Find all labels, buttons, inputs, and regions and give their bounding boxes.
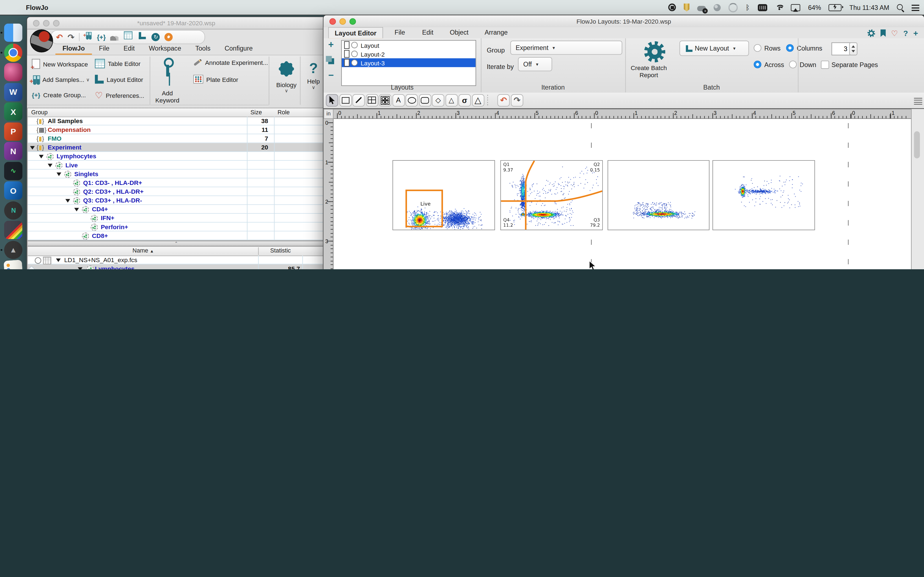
layout-menu-object[interactable]: Object [444, 27, 474, 38]
redo-icon[interactable]: ↷ [68, 31, 74, 43]
close-button[interactable] [33, 20, 40, 26]
group-row[interactable]: Singlets [28, 169, 325, 178]
dock-item-nvivo[interactable]: N [4, 201, 22, 219]
expander-icon[interactable] [74, 208, 79, 211]
group-panel-header[interactable]: Group Size Role [28, 108, 325, 117]
across-radio[interactable] [754, 61, 761, 68]
group-row[interactable]: {▮}FMO7 [28, 134, 325, 143]
redo-button[interactable]: ↷ [511, 94, 523, 106]
sample-row[interactable]: LD1_NS+NS_A01_exp.fcs [28, 256, 325, 264]
group-row[interactable]: Perforin+ [28, 222, 325, 231]
gate-row[interactable]: Lymphocytes85.7 [28, 264, 325, 269]
workspace-tab-configure[interactable]: Configure [218, 43, 260, 55]
annotate-experiment-button[interactable]: Annotate Experiment... [193, 59, 268, 66]
group-row[interactable]: IFN+ [28, 214, 325, 222]
sample-select-icon[interactable] [35, 257, 41, 263]
tool-ellipse[interactable] [405, 94, 418, 106]
tool-pointer[interactable] [326, 94, 338, 106]
group-dropdown[interactable]: Experiment▾ [510, 41, 622, 55]
menubar-app-name[interactable]: FlowJo [26, 4, 48, 11]
group-row[interactable]: Live [28, 161, 325, 169]
layout-list-item[interactable]: Layout-3 [342, 58, 475, 67]
count-stepper[interactable] [849, 42, 858, 55]
down-radio[interactable] [789, 61, 797, 68]
tool-rounded-rect[interactable] [419, 94, 431, 106]
wifi-icon[interactable] [775, 4, 783, 11]
flow-plot-2[interactable]: Q19.37Q20.15Q411.2Q379.2 [500, 160, 603, 230]
expander-icon[interactable] [56, 259, 61, 262]
iterate-by-dropdown[interactable]: Off▾ [518, 57, 552, 71]
workspace-titlebar[interactable]: *unsaved* 19-Mar-2020.wsp [27, 17, 325, 29]
histogram-icon[interactable] [111, 34, 119, 41]
count-input[interactable]: 3 [832, 42, 851, 55]
dock-item-pyramid-app[interactable]: ▲ [4, 240, 22, 259]
group-row[interactable]: {▦}Compensation11 [28, 125, 325, 134]
airplay-icon[interactable] [791, 4, 800, 11]
collapse-panel-icon[interactable] [914, 98, 922, 105]
cloud-sync-icon[interactable] [698, 5, 706, 11]
dock-item-onenote[interactable]: N [4, 142, 22, 160]
add-layout-button[interactable]: + [328, 40, 334, 50]
layout-menu-edit[interactable]: Edit [416, 27, 439, 38]
record-icon[interactable] [669, 3, 676, 11]
flow-plot-1[interactable]: Live [393, 160, 495, 230]
group-row[interactable]: Lymphocytes [28, 152, 325, 161]
create-batch-report-button[interactable]: Create BatchReport [638, 41, 671, 78]
tool-sigma[interactable]: σ [459, 94, 471, 106]
minimize-button[interactable] [43, 20, 50, 26]
spark-icon[interactable]: ✦ [165, 33, 173, 41]
group-row[interactable]: Q3: CD3+ , HLA-DR- [28, 196, 325, 205]
add-keyword-label[interactable]: AddKeyword [152, 90, 183, 103]
undo-icon[interactable]: ↶ [56, 31, 63, 43]
remove-layout-button[interactable]: − [328, 70, 334, 81]
tool-big-triangle[interactable]: △ [472, 94, 484, 106]
flow-plot-4[interactable] [712, 160, 815, 230]
expander-icon[interactable] [57, 172, 61, 176]
plate-editor-button[interactable]: Plate Editor [193, 75, 238, 84]
layout-titlebar[interactable]: FlowJo Layouts: 19-Mar-2020.wsp [323, 15, 924, 28]
table-editor-icon[interactable] [123, 31, 133, 44]
zoom-button[interactable] [349, 18, 356, 24]
layout-menu-file[interactable]: File [389, 27, 411, 38]
group-row[interactable]: CD8+ [28, 231, 325, 240]
table-editor-button[interactable]: Table Editor [95, 59, 141, 68]
dock-item-powerpoint[interactable]: P [4, 122, 22, 140]
tool-table[interactable] [366, 94, 378, 106]
bluetooth-icon[interactable]: ᛒ [746, 3, 750, 11]
close-button[interactable] [330, 18, 336, 24]
dock-item-heart-app[interactable] [4, 63, 22, 81]
workspace-tab-file[interactable]: File [92, 43, 116, 55]
flow-plot-3[interactable] [607, 160, 709, 230]
expander-icon[interactable] [39, 155, 44, 158]
refresh-icon[interactable]: ↻ [152, 33, 160, 41]
dock-item-chrome[interactable] [4, 44, 22, 61]
workspace-tab-workspace[interactable]: Workspace [142, 43, 188, 55]
help-icon[interactable]: ? [903, 29, 908, 37]
workspace-tab-edit[interactable]: Edit [116, 43, 142, 55]
preferences-button[interactable]: ♡Preferences... [95, 91, 144, 100]
expander-icon[interactable] [65, 199, 70, 203]
dock-item-word[interactable]: W [4, 83, 22, 101]
zoom-button[interactable] [53, 20, 60, 26]
new-workspace-button[interactable]: New Workspace [32, 59, 88, 69]
layout-list-item[interactable]: Layout-2 [342, 50, 475, 58]
rows-radio[interactable] [754, 44, 761, 52]
add-icon[interactable]: + [913, 28, 918, 38]
layout-editor-button[interactable]: Layout Editor [95, 75, 143, 84]
separate-pages-checkbox[interactable] [821, 61, 829, 69]
minimize-button[interactable] [339, 18, 346, 24]
tool-diamond[interactable]: ◇ [432, 94, 444, 106]
create-group-button[interactable]: {+}Create Group... [32, 91, 86, 98]
dock-item-prism-app[interactable] [4, 221, 22, 239]
workspace-tab-flowjo[interactable]: FlowJo [55, 43, 92, 55]
add-keyword-button[interactable] [162, 58, 172, 78]
vertical-scrollbar-thumb[interactable] [914, 131, 920, 158]
add-samples-button[interactable]: +Add Samples... ∨ [32, 75, 90, 84]
sample-table-header[interactable]: Name ▲ Statistic [28, 247, 325, 256]
dock-item-outlook[interactable]: O [4, 181, 22, 200]
group-row[interactable]: Q1: CD3- , HLA-DR+ [28, 178, 325, 187]
dock-item-notes-card[interactable] [3, 259, 23, 269]
columns-radio[interactable] [786, 44, 794, 52]
expander-icon[interactable] [78, 268, 82, 269]
expander-icon[interactable] [48, 164, 53, 167]
